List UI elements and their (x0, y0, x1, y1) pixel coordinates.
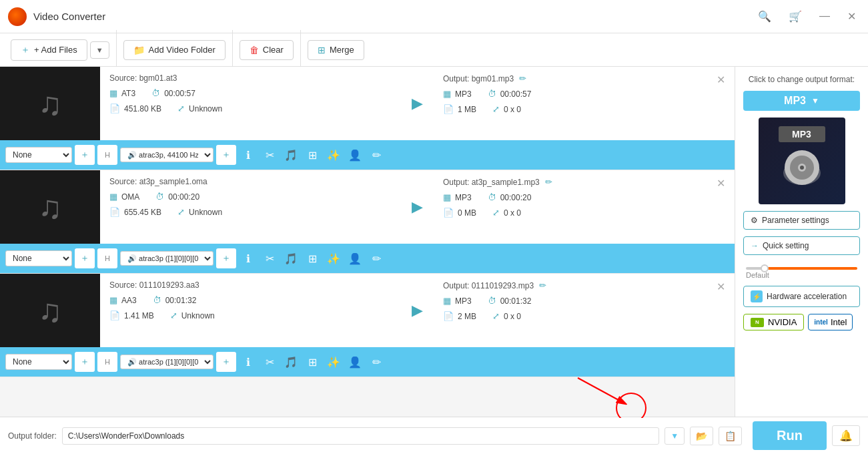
out-res-icon-3: ⤢ (492, 311, 500, 321)
file-item-2-header: ♫ Source: at3p_sample1.oma ▦ OMA ⏱ 00:00… (0, 170, 735, 244)
info-btn-3[interactable]: ℹ (239, 353, 258, 371)
watermark-btn-1[interactable]: 👤 (346, 146, 364, 164)
file-close-2[interactable]: ✕ (713, 176, 729, 191)
merge-icon: ⊞ (318, 45, 326, 55)
toolbar: ＋ + Add Files ▼ 📁 Add Video Folder 🗑 Cle… (0, 33, 868, 67)
add-subtitle-btn-2[interactable]: ＋ (75, 248, 95, 268)
intel-logo: intel (814, 318, 828, 326)
source-label-2: Source: at3p_sample1.oma (109, 177, 392, 186)
audio-btn-1[interactable]: 🎵 (282, 146, 300, 164)
edit-btn-2[interactable]: ✏ (367, 249, 386, 268)
output-format-3: ▦ MP3 (443, 296, 472, 306)
info-btn-2[interactable]: ℹ (239, 249, 258, 268)
folder-dropdown-button[interactable]: ▼ (665, 427, 685, 445)
effects-btn-2[interactable]: ✨ (324, 249, 343, 268)
crop-btn-3[interactable]: ⊞ (303, 353, 322, 371)
cut-btn-1[interactable]: ✂ (260, 146, 279, 164)
intel-label: Intel (831, 317, 847, 327)
file-item-1: ♫ Source: bgm01.at3 ▦ AT3 ⏱ 00:00:57 (0, 67, 735, 170)
cart-icon[interactable]: 🛒 (785, 9, 806, 24)
audio-select-3[interactable]: 🔊 atrac3p ([1][0][0][0] / (120, 355, 213, 369)
nvidia-logo: N (751, 318, 764, 327)
add-audio-btn-2[interactable]: ＋ (216, 248, 236, 268)
info-btn-1[interactable]: ℹ (239, 146, 258, 164)
output-meta-row-2a: ▦ MP3 ⏱ 00:00:20 (443, 192, 725, 202)
add-audio-btn-3[interactable]: ＋ (216, 352, 236, 372)
subtitle-select-3[interactable]: None (5, 354, 72, 370)
audio-select-2[interactable]: 🔊 atrac3p ([1][0][0][0] / (120, 251, 213, 266)
audio-btn-3[interactable]: 🎵 (282, 353, 300, 371)
intel-badge[interactable]: intel Intel (808, 314, 853, 330)
subtitle-opt-btn-2[interactable]: H (97, 248, 117, 268)
folder-copy-button[interactable]: 📋 (719, 427, 742, 445)
cut-btn-3[interactable]: ✂ (260, 353, 279, 371)
subtitle-select-1[interactable]: None (5, 147, 72, 163)
clear-label: Clear (263, 45, 284, 55)
edit-btn-3[interactable]: ✏ (367, 353, 386, 371)
merge-button[interactable]: ⊞ Merge (308, 40, 364, 60)
effects-btn-1[interactable]: ✨ (324, 146, 343, 164)
add-subtitle-btn-3[interactable]: ＋ (75, 352, 95, 372)
add-files-button[interactable]: ＋ + Add Files (11, 39, 87, 61)
search-icon[interactable]: 🔍 (754, 9, 775, 24)
output-duration-3: ⏱ 00:01:32 (488, 296, 532, 306)
file-arrow-2: ▶ (401, 170, 434, 244)
folder-open-button[interactable]: 📂 (690, 427, 713, 445)
alarm-button[interactable]: 🔔 (832, 425, 860, 446)
rp-title: Click to change output format: (743, 75, 860, 84)
svg-point-4 (800, 166, 804, 170)
output-label-1: Output: bgm01.mp3 ✏ (443, 73, 725, 83)
gpu-row: N NVIDIA intel Intel (743, 314, 860, 330)
add-files-dropdown[interactable]: ▼ (90, 41, 109, 59)
add-video-folder-label: Add Video Folder (149, 45, 215, 55)
mp3-badge: MP3 (779, 126, 825, 142)
file-close-3[interactable]: ✕ (713, 279, 729, 294)
file-close-1[interactable]: ✕ (713, 72, 729, 87)
hardware-acceleration-button[interactable]: ⚡ Hardware acceleration (743, 286, 860, 307)
output-resolution-1: ⤢ 0 x 0 (492, 104, 521, 114)
effects-btn-3[interactable]: ✨ (324, 353, 343, 371)
nvidia-badge[interactable]: N NVIDIA (743, 314, 804, 330)
quality-slider-area: Default (743, 262, 860, 279)
add-subtitle-btn-1[interactable]: ＋ (75, 145, 95, 165)
format-icon-3: ▦ (109, 295, 117, 305)
param-settings-button[interactable]: ⚙ Parameter settings (743, 211, 860, 230)
crop-btn-2[interactable]: ⊞ (303, 249, 322, 268)
watermark-btn-3[interactable]: 👤 (346, 353, 364, 371)
crop-btn-1[interactable]: ⊞ (303, 146, 322, 164)
main-layout: ♫ Source: bgm01.at3 ▦ AT3 ⏱ 00:00:57 (0, 67, 868, 417)
source-duration-2: ⏱ 00:00:20 (155, 192, 199, 202)
audio-select-1[interactable]: 🔊 atrac3p, 44100 Hz, s (120, 148, 213, 162)
minimize-button[interactable]: — (815, 9, 834, 24)
audio-btn-2[interactable]: 🎵 (282, 249, 300, 268)
slider-default-label: Default (746, 271, 857, 279)
folder-icon: 📁 (133, 45, 145, 55)
clear-button[interactable]: 🗑 Clear (240, 40, 294, 60)
add-video-folder-button[interactable]: 📁 Add Video Folder (123, 40, 226, 60)
quick-setting-button[interactable]: → Quick setting (743, 236, 860, 255)
output-folder-input[interactable] (62, 427, 660, 445)
edit-icon-3[interactable]: ✏ (539, 280, 546, 290)
subtitle-select-2[interactable]: None (5, 250, 72, 266)
subtitle-opt-btn-3[interactable]: H (97, 352, 117, 372)
edit-btn-1[interactable]: ✏ (367, 146, 386, 164)
file-item-3-header: ♫ Source: 0111019293.aa3 ▦ AA3 ⏱ 00:01:3… (0, 274, 735, 347)
cut-btn-2[interactable]: ✂ (260, 249, 279, 268)
watermark-btn-2[interactable]: 👤 (346, 249, 364, 268)
edit-icon-2[interactable]: ✏ (545, 177, 552, 187)
edit-icon-1[interactable]: ✏ (519, 73, 526, 83)
add-audio-btn-1[interactable]: ＋ (216, 145, 236, 165)
quality-slider[interactable] (746, 267, 857, 270)
close-button[interactable]: ✕ (843, 9, 860, 24)
format-icon-display: MP3 (759, 118, 845, 204)
format-selector[interactable]: MP3 ▼ (743, 91, 860, 111)
out-res-icon-1: ⤢ (492, 104, 500, 114)
clock-icon-3: ⏱ (153, 295, 161, 305)
cd-svg (779, 148, 825, 194)
output-duration-2: ⏱ 00:00:20 (488, 192, 532, 202)
subtitle-opt-btn-1[interactable]: H (97, 145, 117, 165)
file-meta-row-3a: ▦ AA3 ⏱ 00:01:32 (109, 295, 392, 305)
run-button[interactable]: Run (753, 421, 827, 450)
file-thumbnail-2: ♫ (0, 170, 100, 244)
file-meta-row-2a: ▦ OMA ⏱ 00:00:20 (109, 192, 392, 202)
